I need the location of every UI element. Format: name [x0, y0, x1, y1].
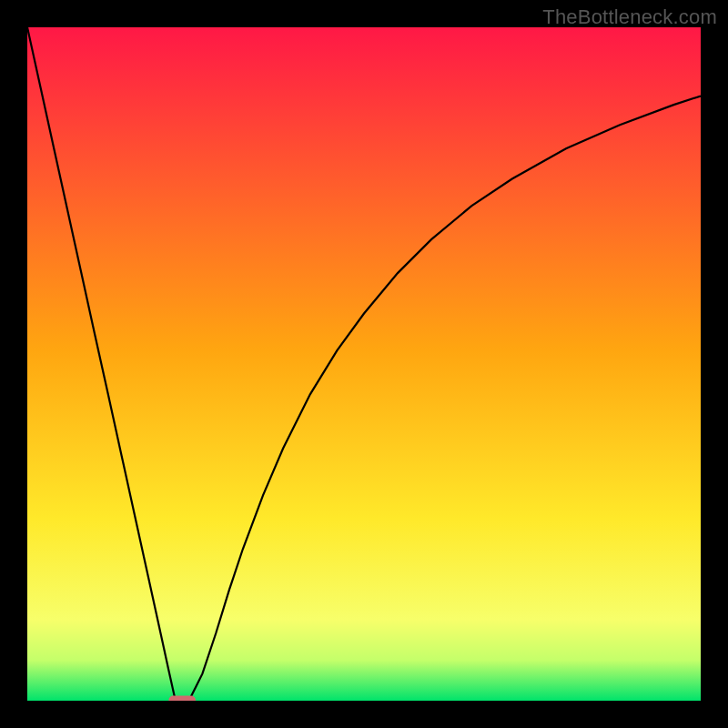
chart-frame: TheBottleneck.com: [0, 0, 728, 728]
gradient-background: [27, 27, 701, 701]
optimal-point-marker: [168, 696, 196, 702]
chart-canvas: [27, 27, 701, 701]
chart-plot-area: [27, 27, 701, 701]
watermark-text: TheBottleneck.com: [542, 5, 717, 29]
